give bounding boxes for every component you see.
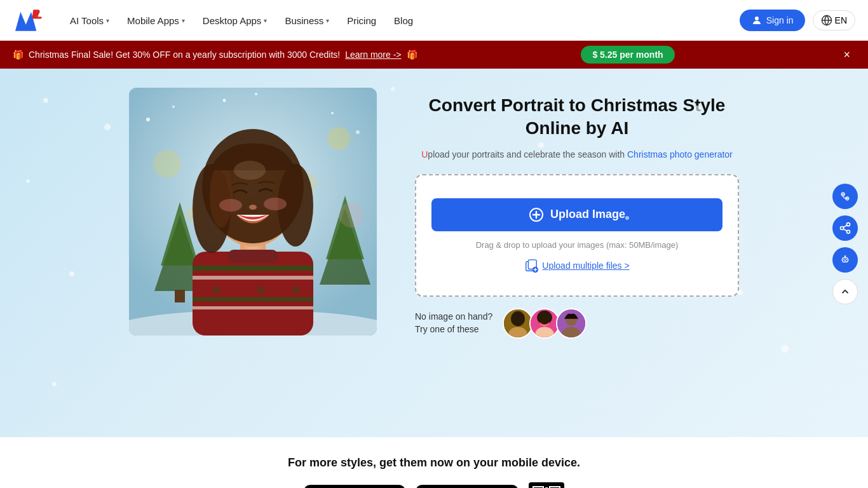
sample-section: No image on hand? Try one of these <box>415 308 739 339</box>
signin-button[interactable]: Sign in <box>740 10 805 31</box>
svg-rect-29 <box>193 276 313 280</box>
sample-avatar-3[interactable] <box>556 308 587 339</box>
banner-price-button[interactable]: $ 5.25 per month <box>581 46 674 64</box>
svg-point-89 <box>842 193 844 195</box>
svg-point-23 <box>356 130 360 134</box>
banner-learn-more[interactable]: Learn more -> <box>345 50 401 60</box>
mobile-section: For more styles, get them now on your mo… <box>0 437 868 488</box>
upload-image-button[interactable]: Upload Image <box>431 198 722 231</box>
svg-rect-99 <box>844 261 846 261</box>
svg-point-4 <box>755 17 759 20</box>
svg-point-92 <box>841 227 844 230</box>
svg-marker-1 <box>32 10 41 17</box>
plus-circle-icon <box>529 207 544 222</box>
svg-point-15 <box>327 127 350 150</box>
svg-point-93 <box>847 230 850 233</box>
logo-icon <box>13 8 43 33</box>
sample-avatar-2[interactable] <box>529 308 560 339</box>
nav-item-blog[interactable]: Blog <box>386 10 421 31</box>
compare-button[interactable] <box>832 184 858 209</box>
main-content: ❄ ❄ ❄ <box>0 69 868 437</box>
share-button[interactable] <box>832 215 858 241</box>
svg-point-101 <box>844 255 846 257</box>
banner-emoji-right: 🎁 <box>407 50 417 60</box>
svg-line-94 <box>843 229 847 231</box>
svg-point-21 <box>223 99 226 102</box>
svg-point-3 <box>39 8 43 11</box>
qr-code <box>529 482 564 488</box>
qr-code-svg <box>531 485 562 488</box>
banner-close-button[interactable]: × <box>838 46 855 64</box>
svg-line-95 <box>843 225 847 227</box>
portrait-svg: ❄ ❄ ❄ <box>129 88 377 336</box>
avatar-3-svg <box>557 309 585 337</box>
svg-point-18 <box>339 202 364 227</box>
banner-content: 🎁 Christmas Final Sale! Get 30% OFF on a… <box>13 50 417 60</box>
svg-text:❄: ❄ <box>212 284 221 297</box>
scroll-top-button[interactable] <box>832 279 858 304</box>
google-play-button[interactable]: GET IT ON Google Play <box>416 485 519 488</box>
svg-point-55 <box>511 311 525 327</box>
robot-button[interactable] <box>832 247 858 273</box>
sample-images <box>503 308 587 339</box>
share-icon <box>839 222 851 234</box>
promo-banner: 🎁 Christmas Final Sale! Get 30% OFF on a… <box>0 41 868 69</box>
svg-rect-2 <box>32 17 42 18</box>
chevron-icon: ▾ <box>326 17 329 24</box>
svg-text:❄: ❄ <box>291 284 301 297</box>
language-button[interactable]: EN <box>813 10 855 30</box>
svg-point-19 <box>146 118 150 121</box>
nav-links: AI Tools ▾ Mobile Apps ▾ Desktop Apps ▾ … <box>62 10 740 31</box>
nav-item-desktop-apps[interactable]: Desktop Apps ▾ <box>195 10 275 31</box>
upload-multiple-link[interactable]: Upload multiple files > <box>524 259 629 273</box>
subtitle-christmas: Christmas photo generator <box>627 149 733 159</box>
arrow-up-icon <box>839 286 851 297</box>
svg-point-24 <box>255 93 257 95</box>
right-panel: Convert Portrait to Christmas Style Onli… <box>415 88 739 339</box>
svg-point-41 <box>264 198 287 210</box>
user-icon <box>751 15 763 26</box>
mobile-title: For more styles, get them now on your mo… <box>13 456 855 470</box>
svg-point-40 <box>219 199 242 212</box>
appstore-button[interactable]: Download on the App Store <box>304 485 405 488</box>
upload-dropzone[interactable]: Upload Image Drag & drop to upload your … <box>415 174 739 297</box>
nav-item-mobile-apps[interactable]: Mobile Apps ▾ <box>119 10 193 31</box>
svg-rect-97 <box>844 259 845 260</box>
avatar-2-svg <box>531 309 559 337</box>
compare-icon <box>839 190 851 203</box>
logo[interactable] <box>13 8 43 33</box>
portrait-image: ❄ ❄ ❄ <box>129 88 377 336</box>
avatar-1-svg <box>504 309 532 337</box>
svg-rect-96 <box>843 258 848 262</box>
svg-point-14 <box>153 150 181 178</box>
nav-item-business[interactable]: Business ▾ <box>277 10 337 31</box>
nav-item-ai-tools[interactable]: AI Tools ▾ <box>62 10 117 31</box>
svg-rect-34 <box>193 306 313 309</box>
svg-point-39 <box>210 164 233 227</box>
sample-text: No image on hand? Try one of these <box>415 311 492 336</box>
subtitle-u: U <box>421 149 428 159</box>
svg-rect-98 <box>846 259 847 260</box>
robot-icon <box>839 254 851 266</box>
svg-point-22 <box>331 112 334 114</box>
sidebar-actions <box>832 184 858 304</box>
banner-text: Christmas Final Sale! Get 30% OFF on a y… <box>29 50 340 60</box>
navbar: AI Tools ▾ Mobile Apps ▾ Desktop Apps ▾ … <box>0 0 868 41</box>
upload-hint-text: Drag & drop to upload your images (max: … <box>476 240 679 250</box>
chevron-icon: ▾ <box>264 17 267 24</box>
svg-rect-27 <box>227 250 278 262</box>
sample-avatar-1[interactable] <box>503 308 533 339</box>
nav-item-pricing[interactable]: Pricing <box>339 10 384 31</box>
svg-rect-33 <box>193 297 313 301</box>
chevron-icon: ▾ <box>106 17 109 24</box>
multiple-files-icon <box>524 259 538 273</box>
svg-rect-28 <box>193 266 313 271</box>
left-image-panel: ❄ ❄ ❄ <box>129 88 377 336</box>
svg-point-59 <box>537 311 552 325</box>
page-title: Convert Portrait to Christmas Style Onli… <box>415 94 739 140</box>
svg-text:❄: ❄ <box>256 284 266 297</box>
banner-emoji-left: 🎁 <box>13 50 24 60</box>
nav-right: Sign in EN <box>740 10 855 31</box>
svg-rect-11 <box>175 290 185 302</box>
svg-point-42 <box>249 205 257 210</box>
